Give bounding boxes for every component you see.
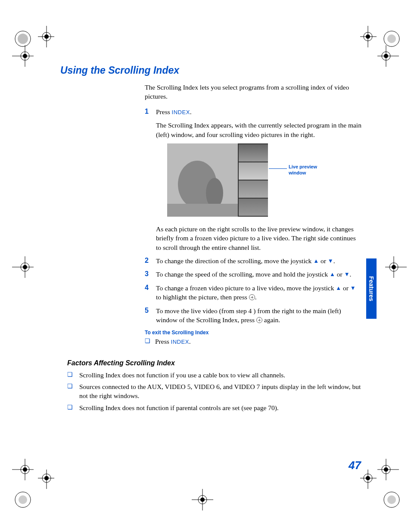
crop-mark-ml xyxy=(12,254,38,280)
svg-point-1 xyxy=(18,34,28,44)
crop-mark-tr2 xyxy=(373,43,399,69)
svg-point-5 xyxy=(44,34,49,39)
arrow-up-icon: ▲ xyxy=(336,285,341,291)
step-5: 5 To move the live video (from step 4 ) … xyxy=(145,306,362,325)
select-button-icon xyxy=(249,294,255,300)
svg-point-19 xyxy=(384,54,388,58)
factor-item: ❏ Scrolling Index does not function if y… xyxy=(67,370,362,380)
step-number: 5 xyxy=(145,306,156,325)
step-4: 4 To change a frozen video picture to a … xyxy=(145,283,362,302)
svg-point-9 xyxy=(23,54,27,58)
factor-item: ❏ Scrolling Index does not function if p… xyxy=(67,403,362,412)
factor-text: Sources connected to the AUX, VIDEO 5, V… xyxy=(79,382,362,401)
bullet-icon: ❏ xyxy=(67,403,79,412)
callout-leader-line xyxy=(269,168,287,169)
select-button-icon xyxy=(256,317,262,323)
arrow-down-icon: ▼ xyxy=(350,285,356,291)
bullet-icon: ❏ xyxy=(67,370,79,380)
svg-point-51 xyxy=(384,467,388,472)
section-tab: Features xyxy=(366,258,377,319)
bullet-icon: ❏ xyxy=(145,337,155,346)
figure-thumb-1 xyxy=(239,144,268,162)
arrow-down-icon: ▼ xyxy=(344,271,350,277)
index-keyword: INDEX xyxy=(171,339,189,345)
svg-point-23 xyxy=(23,265,27,269)
crop-mark-bc xyxy=(190,487,215,513)
svg-point-45 xyxy=(366,476,370,480)
factors-heading: Factors Affecting Scrolling Index xyxy=(67,359,362,367)
step-number: 3 xyxy=(145,270,156,279)
svg-point-11 xyxy=(387,34,396,43)
callout-label: Live previewwindow xyxy=(289,164,317,176)
svg-point-54 xyxy=(206,178,223,208)
arrow-up-icon: ▲ xyxy=(313,258,319,264)
svg-point-15 xyxy=(366,34,370,39)
page-number: 47 xyxy=(349,459,361,472)
step-2: 2 To change the direction of the scrolli… xyxy=(145,256,362,265)
bullet-icon: ❏ xyxy=(67,382,79,401)
exit-instruction: ❏ Press INDEX. xyxy=(145,337,362,346)
svg-point-31 xyxy=(44,476,49,480)
svg-point-47 xyxy=(387,495,396,504)
arrow-up-icon: ▲ xyxy=(330,271,335,277)
step-1-line-2: The Scrolling Index appears, with the cu… xyxy=(156,121,362,139)
step-number: 4 xyxy=(145,283,156,302)
crop-mark-bl2 xyxy=(12,457,38,482)
step-2-text: To change the direction of the scrolling… xyxy=(156,256,335,265)
intro-text: The Scrolling Index lets you select prog… xyxy=(145,83,362,101)
index-keyword: INDEX xyxy=(172,109,190,115)
section-heading: Using the Scrolling Index xyxy=(60,65,362,76)
step-number: 1 xyxy=(145,107,156,252)
step-1-line-1: Press INDEX. xyxy=(156,107,362,116)
crop-mark-br2 xyxy=(373,457,399,482)
scrolling-index-figure: Live previewwindow xyxy=(167,143,362,217)
svg-point-33 xyxy=(19,495,27,504)
step-1: 1 Press INDEX. The Scrolling Index appea… xyxy=(145,107,362,252)
step-3-text: To change the speed of the scrolling, mo… xyxy=(156,270,351,279)
svg-rect-55 xyxy=(167,204,238,217)
figure-thumb-4 xyxy=(239,199,268,216)
svg-point-41 xyxy=(200,498,205,502)
step-1-line-3: As each picture on the right scrolls to … xyxy=(156,224,362,252)
factor-text: Scrolling Index does not function if par… xyxy=(79,403,279,412)
crop-mark-tl2 xyxy=(12,43,38,69)
exit-subheading: To exit the Scrolling Index xyxy=(145,330,362,336)
factor-text: Scrolling Index does not function if you… xyxy=(79,370,285,380)
figure-thumb-2-live xyxy=(239,162,268,180)
step-5-text: To move the live video (from step 4 ) fr… xyxy=(156,306,362,325)
page-body: Using the Scrolling Index The Scrolling … xyxy=(60,65,362,415)
step-3: 3 To change the speed of the scrolling, … xyxy=(145,270,362,279)
arrow-down-icon: ▼ xyxy=(328,258,333,264)
figure-main-window xyxy=(167,143,238,217)
crop-mark-mr xyxy=(381,254,407,280)
svg-point-27 xyxy=(392,265,396,269)
svg-point-37 xyxy=(23,467,27,472)
factor-item: ❏ Sources connected to the AUX, VIDEO 5,… xyxy=(67,382,362,401)
step-4-text: To change a frozen video picture to a li… xyxy=(156,283,362,302)
figure-thumb-3 xyxy=(239,180,268,198)
step-number: 2 xyxy=(145,256,156,265)
